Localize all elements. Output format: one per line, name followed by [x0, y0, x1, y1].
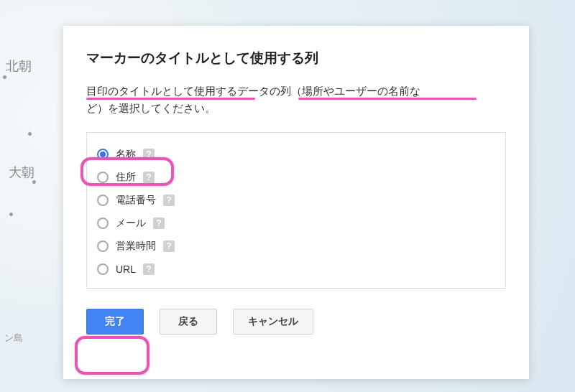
option-phone[interactable]: 電話番号 ?: [97, 189, 495, 212]
back-button-label: 戻る: [178, 315, 198, 328]
option-label: 営業時間: [116, 240, 156, 253]
annotation-underline: [86, 98, 255, 100]
help-icon[interactable]: ?: [153, 218, 165, 229]
description-line2: ど）を選択してください。: [86, 103, 216, 114]
map-dot: [32, 179, 37, 185]
map-dot: [2, 75, 7, 80]
option-url[interactable]: URL ?: [97, 258, 495, 281]
option-name[interactable]: 名称 ?: [97, 143, 495, 166]
option-label: メール: [116, 217, 146, 230]
cancel-button[interactable]: キャンセル: [233, 309, 313, 335]
done-button-label: 完了: [105, 315, 125, 328]
option-mail[interactable]: メール ?: [97, 212, 495, 235]
option-label: 名称: [116, 148, 136, 161]
help-icon[interactable]: ?: [163, 241, 175, 252]
help-icon[interactable]: ?: [143, 172, 155, 183]
options-list: 名称 ? 住所 ? 電話番号 ? メール ? 営業時間 ? URL ?: [86, 132, 506, 289]
radio-selected-icon[interactable]: [97, 149, 109, 160]
map-label: 大朝: [9, 164, 34, 181]
back-button[interactable]: 戻る: [160, 309, 217, 335]
help-icon[interactable]: ?: [163, 195, 175, 206]
option-hours[interactable]: 営業時間 ?: [97, 235, 495, 258]
description-line1: 目印のタイトルとして使用するデータの列（場所やユーザーの名前な: [86, 85, 420, 97]
option-label: 住所: [116, 171, 136, 184]
radio-icon[interactable]: [97, 195, 109, 206]
radio-icon[interactable]: [97, 241, 109, 252]
help-icon[interactable]: ?: [143, 263, 155, 275]
annotation-underline: [298, 98, 477, 100]
radio-icon[interactable]: [97, 172, 109, 183]
map-label: ン島: [4, 332, 23, 345]
map-dot: [27, 131, 32, 136]
help-icon[interactable]: ?: [143, 149, 155, 160]
radio-icon[interactable]: [97, 218, 109, 229]
done-button[interactable]: 完了: [86, 309, 144, 335]
option-label: URL: [116, 263, 136, 275]
map-label: 北朝: [6, 57, 32, 75]
map-dot: [9, 212, 14, 217]
annotation-ring: [75, 336, 150, 375]
radio-icon[interactable]: [97, 263, 109, 275]
dialog-description: 目印のタイトルとして使用するデータの列（場所やユーザーの名前な ど）を選択してく…: [86, 83, 506, 118]
button-row: 完了 戻る キャンセル: [86, 309, 506, 335]
option-address[interactable]: 住所 ?: [97, 166, 495, 189]
cancel-button-label: キャンセル: [248, 315, 298, 328]
dialog-title: マーカーのタイトルとして使用する列: [86, 49, 506, 67]
title-column-dialog: マーカーのタイトルとして使用する列 目印のタイトルとして使用するデータの列（場所…: [63, 26, 529, 379]
option-label: 電話番号: [116, 194, 156, 207]
